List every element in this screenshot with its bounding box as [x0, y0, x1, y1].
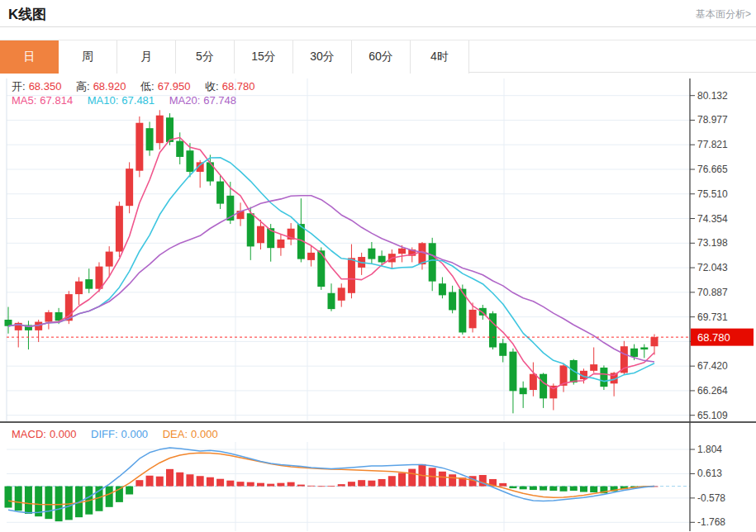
svg-text:73.198: 73.198 [697, 237, 728, 249]
svg-text:74.354: 74.354 [697, 213, 728, 225]
low-value: 67.950 [158, 80, 191, 93]
svg-text:66.264: 66.264 [697, 385, 728, 397]
macd-value: 0.000 [50, 428, 77, 440]
high-value: 68.920 [93, 80, 126, 93]
open-label: 开: [12, 80, 26, 93]
open-value: 68.350 [29, 80, 62, 93]
current-price-tag: 68.780 [697, 331, 730, 344]
ma10-value: 67.481 [121, 94, 155, 107]
svg-text:-1.768: -1.768 [697, 516, 725, 528]
ohlc-readout: 开:68.350 高:68.920 低:67.950 收:68.780 [12, 79, 258, 94]
svg-text:72.043: 72.043 [697, 262, 728, 273]
svg-text:80.132: 80.132 [697, 90, 728, 102]
svg-text:1.804: 1.804 [697, 444, 722, 455]
ma5-label: MA5: [12, 94, 36, 107]
dea-value: 0.000 [191, 428, 218, 440]
diff-label: DIFF: [91, 428, 118, 440]
ma5-value: 67.814 [40, 94, 73, 107]
high-label: 高: [76, 80, 90, 93]
svg-text:-0.578: -0.578 [697, 492, 725, 504]
macd-readout: MACD:0.000 DIFF:0.000 DEA:0.000 [12, 428, 221, 440]
ma10-label: MA10: [88, 94, 119, 107]
close-label: 收: [205, 80, 219, 93]
ma-readout: MA5:67.814 MA10:67.481 MA20:67.748 [12, 94, 240, 107]
kline-chart-app: K线图 基本面分析> 日 周 月 5分 15分 30分 60分 4时 开:68.… [0, 0, 756, 532]
svg-text:78.977: 78.977 [697, 114, 728, 126]
diff-value: 0.000 [121, 428, 149, 440]
svg-text:0.613: 0.613 [697, 468, 722, 479]
svg-text:67.420: 67.420 [697, 360, 728, 372]
dea-label: DEA: [163, 428, 188, 440]
svg-text:69.731: 69.731 [697, 311, 728, 323]
ma20-value: 67.748 [203, 94, 236, 107]
ma20-label: MA20: [169, 94, 201, 107]
svg-text:75.510: 75.510 [697, 188, 728, 200]
macd-label: MACD: [12, 428, 46, 440]
svg-text:70.887: 70.887 [697, 287, 728, 298]
svg-text:77.821: 77.821 [697, 139, 728, 150]
svg-text:65.109: 65.109 [697, 410, 728, 421]
svg-text:76.665: 76.665 [697, 164, 728, 175]
low-label: 低: [140, 80, 155, 93]
close-value: 68.780 [222, 80, 255, 93]
